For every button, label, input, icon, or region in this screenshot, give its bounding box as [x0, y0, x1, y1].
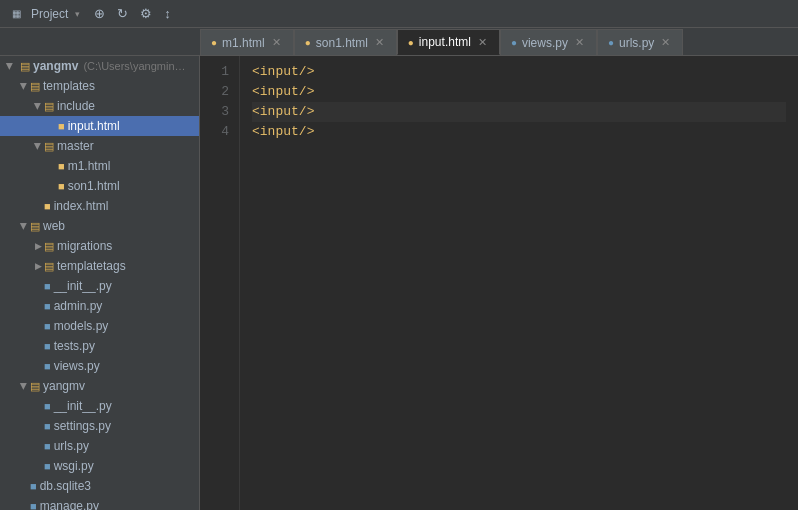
- line-num-1: 1: [200, 62, 229, 82]
- tree-item-include[interactable]: ▶ ▤ include: [0, 96, 199, 116]
- settingspy-file-icon: ■: [44, 420, 51, 432]
- tree-item-init2py[interactable]: ▶ ■ __init__.py: [0, 396, 199, 416]
- tab-icon-inputhtml: ●: [408, 37, 414, 48]
- web-label: web: [43, 219, 65, 233]
- root-label: yangmv: [33, 59, 78, 73]
- tree-item-templatetags[interactable]: ▶ ▤ templatetags: [0, 256, 199, 276]
- master-label: master: [57, 139, 94, 153]
- tab-icon-son1html: ●: [305, 37, 311, 48]
- toolbar: ▦ Project ▾ ⊕ ↻ ⚙ ↕: [0, 0, 798, 28]
- tree-item-urlspy2[interactable]: ▶ ■ urls.py: [0, 436, 199, 456]
- settings-btn[interactable]: ⚙: [136, 5, 156, 22]
- migrations-expand: ▶: [32, 241, 44, 251]
- root-path: (C:\Users\yangmin…: [80, 60, 185, 72]
- master-expand: ▶: [33, 140, 43, 152]
- dbsqlite3-label: db.sqlite3: [40, 479, 91, 493]
- tab-close-m1html[interactable]: ✕: [270, 35, 283, 50]
- settingspy-label: settings.py: [54, 419, 111, 433]
- main-area: ▶ ▤ yangmv (C:\Users\yangmin… ▶ ▤ templa…: [0, 56, 798, 510]
- tree-item-init1py[interactable]: ▶ ■ __init__.py: [0, 276, 199, 296]
- tree-item-settingspy[interactable]: ▶ ■ settings.py: [0, 416, 199, 436]
- tree-item-adminpy[interactable]: ▶ ■ admin.py: [0, 296, 199, 316]
- tab-m1html[interactable]: ● m1.html ✕: [200, 29, 294, 55]
- tree-item-viewspy[interactable]: ▶ ■ views.py: [0, 356, 199, 376]
- init1py-label: __init__.py: [54, 279, 112, 293]
- inputhtml-file-icon: ■: [58, 120, 65, 132]
- tab-viewspy[interactable]: ● views.py ✕: [500, 29, 597, 55]
- tree-item-dbsqlite3[interactable]: ▶ ■ db.sqlite3: [0, 476, 199, 496]
- tab-label-viewspy: views.py: [522, 36, 568, 50]
- son1html-label: son1.html: [68, 179, 120, 193]
- code-content[interactable]: <input /> <input /> <input /> <input />: [240, 56, 798, 510]
- urlspy2-label: urls.py: [54, 439, 89, 453]
- tree-item-managepy[interactable]: ▶ ■ manage.py: [0, 496, 199, 510]
- tab-label-son1html: son1.html: [316, 36, 368, 50]
- tab-son1html[interactable]: ● son1.html ✕: [294, 29, 397, 55]
- tree-item-m1html[interactable]: ▶ ■ m1.html: [0, 156, 199, 176]
- root-expand-arrow: ▶: [5, 60, 15, 72]
- indexhtml-file-icon: ■: [44, 200, 51, 212]
- testspy-file-icon: ■: [44, 340, 51, 352]
- tab-icon-urlspy: ●: [608, 37, 614, 48]
- line-num-3: 3: [200, 102, 229, 122]
- init1py-file-icon: ■: [44, 280, 51, 292]
- tree-item-templates[interactable]: ▶ ▤ templates: [0, 76, 199, 96]
- tree-item-indexhtml[interactable]: ▶ ■ index.html: [0, 196, 199, 216]
- templates-expand: ▶: [19, 80, 29, 92]
- root-folder-icon: ▤: [20, 60, 30, 73]
- file-tree: ▶ ▤ yangmv (C:\Users\yangmin… ▶ ▤ templa…: [0, 56, 200, 510]
- viewspy-file-icon: ■: [44, 360, 51, 372]
- include-label: include: [57, 99, 95, 113]
- tree-item-master[interactable]: ▶ ▤ master: [0, 136, 199, 156]
- templates-folder-icon: ▤: [30, 80, 40, 93]
- yangmv2-folder-icon: ▤: [30, 380, 40, 393]
- line-numbers: 1 2 3 4: [200, 56, 240, 510]
- tree-root-yangmv[interactable]: ▶ ▤ yangmv (C:\Users\yangmin…: [0, 56, 199, 76]
- code-line-1: <input />: [252, 62, 786, 82]
- tab-label-inputhtml: input.html: [419, 35, 471, 49]
- sort-btn[interactable]: ↕: [160, 5, 175, 22]
- dbsqlite3-file-icon: ■: [30, 480, 37, 492]
- include-expand: ▶: [33, 100, 43, 112]
- code-line-2: <input />: [252, 82, 786, 102]
- code-editor: 1 2 3 4 <input /> <input /> <input /> <i…: [200, 56, 798, 510]
- tab-close-viewspy[interactable]: ✕: [573, 35, 586, 50]
- tab-inputhtml[interactable]: ● input.html ✕: [397, 29, 500, 55]
- modelspy-file-icon: ■: [44, 320, 51, 332]
- yangmv2-label: yangmv: [43, 379, 85, 393]
- init2py-file-icon: ■: [44, 400, 51, 412]
- tab-icon-m1html: ●: [211, 37, 217, 48]
- m1html-file-icon: ■: [58, 160, 65, 172]
- testspy-label: tests.py: [54, 339, 95, 353]
- adminpy-label: admin.py: [54, 299, 103, 313]
- wsgipy-label: wsgi.py: [54, 459, 94, 473]
- wsgipy-file-icon: ■: [44, 460, 51, 472]
- web-expand: ▶: [19, 220, 29, 232]
- tree-item-yangmv2[interactable]: ▶ ▤ yangmv: [0, 376, 199, 396]
- tree-item-modelspy[interactable]: ▶ ■ models.py: [0, 316, 199, 336]
- tab-close-urlspy[interactable]: ✕: [659, 35, 672, 50]
- tree-item-son1html[interactable]: ▶ ■ son1.html: [0, 176, 199, 196]
- project-dropdown-arrow[interactable]: ▾: [75, 9, 80, 19]
- tree-item-wsgipy[interactable]: ▶ ■ wsgi.py: [0, 456, 199, 476]
- code-line-4: <input />: [252, 122, 786, 142]
- tab-bar: ● m1.html ✕ ● son1.html ✕ ● input.html ✕…: [0, 28, 798, 56]
- tree-item-inputhtml[interactable]: ▶ ■ input.html: [0, 116, 199, 136]
- sync-btn[interactable]: ↻: [113, 5, 132, 22]
- templatetags-folder-icon: ▤: [44, 260, 54, 273]
- line-num-4: 4: [200, 122, 229, 142]
- tab-close-son1html[interactable]: ✕: [373, 35, 386, 50]
- add-btn[interactable]: ⊕: [90, 5, 109, 22]
- viewspy-label: views.py: [54, 359, 100, 373]
- managepy-label: manage.py: [40, 499, 99, 510]
- tree-item-web[interactable]: ▶ ▤ web: [0, 216, 199, 236]
- code-line-3: <input />: [252, 102, 786, 122]
- tree-item-migrations[interactable]: ▶ ▤ migrations: [0, 236, 199, 256]
- yangmv2-expand: ▶: [19, 380, 29, 392]
- tab-close-inputhtml[interactable]: ✕: [476, 35, 489, 50]
- templatetags-expand: ▶: [32, 261, 44, 271]
- tab-urlspy[interactable]: ● urls.py ✕: [597, 29, 683, 55]
- templatetags-label: templatetags: [57, 259, 126, 273]
- tree-item-testspy[interactable]: ▶ ■ tests.py: [0, 336, 199, 356]
- migrations-folder-icon: ▤: [44, 240, 54, 253]
